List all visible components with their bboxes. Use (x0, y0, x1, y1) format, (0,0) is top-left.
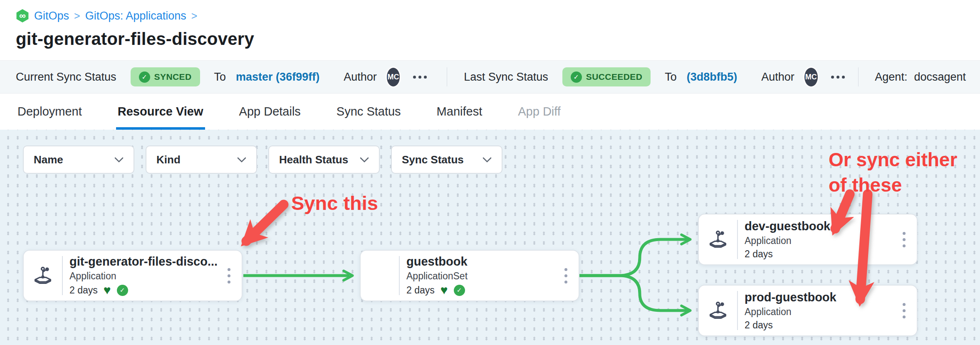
to-label: To (214, 71, 226, 84)
more-options-icon[interactable] (831, 76, 845, 79)
breadcrumb-separator-icon: > (191, 10, 198, 22)
last-sync-status-label: Last Sync Status (464, 71, 548, 84)
arrow-to-prod-guestbook (860, 194, 868, 299)
page-title: git-generator-files-discovery (16, 29, 964, 49)
last-revision-link[interactable]: (3d8bfb5) (687, 71, 737, 84)
last-sync-status-badge: ✓ SUCCEEDED (562, 67, 651, 86)
current-sync-status-badge: ✓ SYNCED (131, 67, 200, 86)
breadcrumb: ∞ GitOps > GitOps: Applications > (16, 9, 964, 22)
tab-app-diff: App Diff (516, 94, 562, 130)
gitops-app-page: ∞ GitOps > GitOps: Applications > git-ge… (0, 0, 980, 345)
to-label: To (665, 71, 677, 84)
annotation-line: of these (829, 172, 957, 198)
divider (858, 67, 859, 86)
tab-resource-view[interactable]: Resource View (116, 94, 205, 130)
current-revision-link[interactable]: master (36f99ff) (236, 71, 319, 84)
more-options-icon[interactable] (413, 76, 427, 79)
breadcrumb-gitops[interactable]: GitOps (34, 10, 69, 22)
breadcrumb-separator-icon: > (74, 10, 80, 22)
resource-graph-canvas: Name Kind Health Status Sync Status (0, 130, 980, 345)
annotation-sync-this: Sync this (291, 190, 378, 216)
gitops-logo-icon: ∞ (16, 9, 29, 22)
tab-manifest[interactable]: Manifest (435, 94, 484, 130)
author-avatar: MC (387, 68, 400, 86)
check-circle-icon: ✓ (139, 71, 150, 83)
tab-app-details[interactable]: App Details (238, 94, 302, 130)
check-circle-icon: ✓ (571, 71, 582, 83)
page-header: ∞ GitOps > GitOps: Applications > git-ge… (0, 0, 980, 60)
agent-label: Agent: (875, 71, 907, 84)
divider (447, 67, 447, 86)
author-label: Author (344, 71, 377, 84)
badge-text: SYNCED (154, 72, 192, 82)
author-label: Author (761, 71, 794, 84)
arrow-to-root-app (246, 205, 284, 241)
current-sync-status-label: Current Sync Status (16, 71, 116, 84)
sync-status-bar: Current Sync Status ✓ SYNCED To master (… (0, 60, 980, 94)
tab-deployment[interactable]: Deployment (16, 94, 84, 130)
breadcrumb-applications[interactable]: GitOps: Applications (85, 10, 186, 22)
badge-text: SUCCEEDED (586, 72, 642, 82)
author-avatar: MC (804, 68, 818, 86)
tab-sync-status[interactable]: Sync Status (335, 94, 403, 130)
annotation-line: Or sync either (829, 147, 957, 172)
arrow-to-dev-guestbook (835, 194, 850, 229)
tab-bar: Deployment Resource View App Details Syn… (0, 94, 980, 130)
agent-value: docsagent (914, 71, 966, 84)
annotation-or-sync: Or sync either of these (829, 147, 957, 197)
